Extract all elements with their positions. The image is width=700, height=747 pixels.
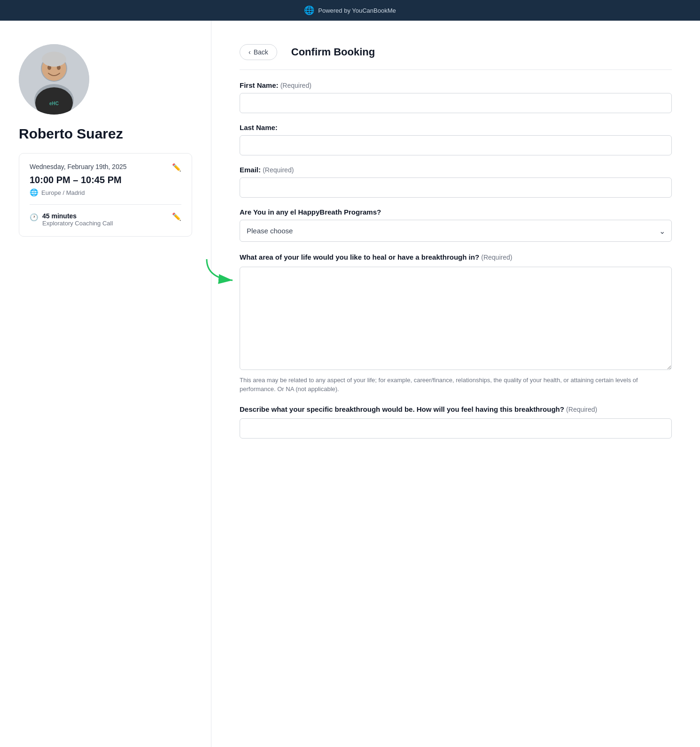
avatar: eHC (19, 44, 89, 115)
breakthrough-textarea[interactable] (240, 267, 672, 370)
divider (30, 204, 181, 205)
email-label: Email: (Required) (240, 166, 672, 174)
breakthrough-required: (Required) (481, 254, 512, 261)
left-panel: eHC Roberto Suarez Wednesday, February 1… (0, 21, 211, 747)
green-arrow-annotation (202, 257, 240, 285)
person-name: Roberto Suarez (19, 126, 192, 142)
booking-date-row: Wednesday, February 19th, 2025 ✏️ (30, 163, 181, 172)
describe-breakthrough-label: Describe what your specific breakthrough… (240, 404, 672, 415)
programs-select[interactable]: Please choose (240, 220, 672, 242)
booking-date: Wednesday, February 19th, 2025 (30, 163, 127, 170)
back-chevron-icon: ‹ (249, 48, 251, 56)
right-panel: ‹ Back Confirm Booking First Name: (Requ… (211, 21, 700, 747)
describe-breakthrough-group: Describe what your specific breakthrough… (240, 404, 672, 439)
first-name-required: (Required) (280, 82, 311, 89)
email-required: (Required) (263, 166, 294, 174)
main-layout: eHC Roberto Suarez Wednesday, February 1… (0, 21, 700, 747)
timezone-row: 🌐 Europe / Madrid (30, 188, 181, 197)
first-name-label: First Name: (Required) (240, 81, 672, 89)
booking-time: 10:00 PM – 10:45 PM (30, 175, 181, 185)
last-name-group: Last Name: (240, 123, 672, 155)
clock-icon: 🕐 (30, 213, 39, 222)
programs-group: Are You in any el HappyBreath Programs? … (240, 208, 672, 242)
top-bar: 🌐 Powered by YouCanBookMe (0, 0, 700, 21)
svg-point-7 (42, 52, 66, 67)
powered-by-text: Powered by YouCanBookMe (318, 7, 396, 14)
first-name-group: First Name: (Required) (240, 81, 672, 113)
session-type: Exploratory Coaching Call (42, 220, 113, 227)
describe-breakthrough-required: (Required) (566, 406, 597, 413)
programs-label: Are You in any el HappyBreath Programs? (240, 208, 672, 216)
email-input[interactable] (240, 177, 672, 198)
breakthrough-group: What area of your life would you like to… (240, 252, 672, 394)
edit-date-icon[interactable]: ✏️ (172, 163, 181, 172)
breakthrough-label: What area of your life would you like to… (240, 252, 672, 263)
edit-duration-icon[interactable]: ✏️ (172, 212, 181, 221)
back-button[interactable]: ‹ Back (240, 44, 277, 60)
programs-select-wrapper: Please choose ⌄ (240, 220, 672, 242)
form-title: Confirm Booking (291, 46, 375, 58)
form-header: ‹ Back Confirm Booking (240, 44, 672, 70)
back-button-label: Back (254, 48, 268, 56)
last-name-input[interactable] (240, 135, 672, 155)
booking-card: Wednesday, February 19th, 2025 ✏️ 10:00 … (19, 153, 192, 237)
duration-details: 45 minutes Exploratory Coaching Call (42, 212, 113, 227)
email-group: Email: (Required) (240, 166, 672, 198)
duration-label: 45 minutes (42, 212, 113, 220)
breakthrough-helper-text: This area may be related to any aspect o… (240, 376, 672, 394)
first-name-input[interactable] (240, 93, 672, 113)
svg-text:eHC: eHC (49, 101, 59, 106)
timezone-label: Europe / Madrid (41, 189, 85, 196)
describe-breakthrough-input[interactable] (240, 418, 672, 439)
duration-row: 🕐 45 minutes Exploratory Coaching Call ✏… (30, 212, 181, 227)
last-name-label: Last Name: (240, 123, 672, 131)
globe-icon: 🌐 (30, 188, 39, 197)
duration-info: 🕐 45 minutes Exploratory Coaching Call (30, 212, 113, 227)
ycbm-logo: 🌐 (304, 5, 314, 15)
